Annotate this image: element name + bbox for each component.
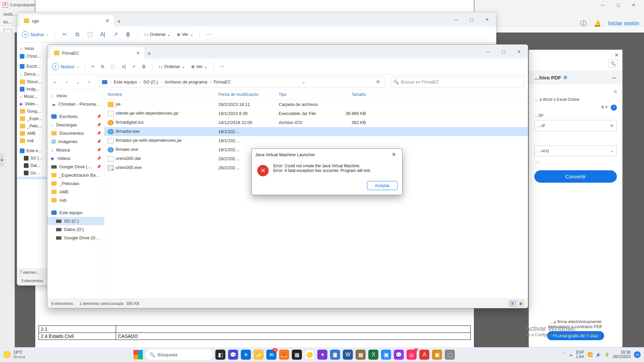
close-icon[interactable]: ✕ xyxy=(105,18,110,24)
file-row[interactable]: cliente-jar-with-dependencies.jar18/1/20… xyxy=(104,109,528,118)
paste-icon[interactable]: 📋 xyxy=(87,31,93,38)
volume-icon[interactable]: 🔊 xyxy=(596,352,601,357)
jvm-titlebar[interactable]: Java Virtual Machine Launcher ✕ xyxy=(252,149,402,160)
edge-icon[interactable]: e xyxy=(241,350,251,360)
clear-icon[interactable]: ✕ xyxy=(610,123,614,128)
jvm-ok-button[interactable]: Aceptar xyxy=(367,181,397,190)
chevron-down-icon[interactable]: ⌄ xyxy=(300,79,308,84)
search-input[interactable]: 🔍 Buscar en FirmaEC xyxy=(390,77,525,87)
file-row[interactable]: firmador-jar-with-dependencies.jar18/1/2… xyxy=(104,136,528,145)
col-type[interactable]: Tipo xyxy=(275,89,329,100)
chevron-up-icon[interactable]: ︿ xyxy=(612,74,617,80)
cge-close[interactable]: ✕ xyxy=(479,14,495,24)
copy-icon[interactable]: ⧉ xyxy=(101,64,104,69)
cge-sort[interactable]: ↑↓ Ordenar ⌄ xyxy=(144,32,171,37)
app-icon[interactable]: ⬚ xyxy=(445,350,455,360)
acrobat-maximize[interactable]: ▢ xyxy=(610,0,626,10)
col-name[interactable]: Nombre xyxy=(108,92,122,97)
firma-tab[interactable]: FirmaEC ✕ xyxy=(50,47,144,59)
onedrive-icon[interactable]: ☁ xyxy=(569,352,573,357)
nav-forward[interactable]: → xyxy=(62,79,71,85)
rename-icon[interactable]: Aǀ xyxy=(99,31,106,38)
file-row[interactable]: firmadigital.ico14/12/2018 22:05Archivo … xyxy=(104,118,528,127)
clock[interactable]: 18:36 28/2/2023 xyxy=(613,350,631,359)
excel-icon[interactable]: X xyxy=(368,350,378,360)
chevron-up-icon[interactable]: ˄ xyxy=(564,352,566,357)
nav-up[interactable]: ↑ xyxy=(85,79,94,85)
breadcrumb-seg[interactable]: Este equipo xyxy=(112,79,138,84)
app-icon[interactable]: ▦ xyxy=(292,350,302,360)
breadcrumb-seg[interactable]: SO (C:) xyxy=(142,79,159,84)
more-icon[interactable]: ⋯ xyxy=(206,31,213,38)
messenger-icon[interactable]: 💬 xyxy=(394,350,404,360)
acrobat-menu-item[interactable]: Ini… xyxy=(3,20,12,24)
explorer-icon[interactable]: 📁 xyxy=(254,350,264,360)
language-indicator[interactable]: ESP LAA xyxy=(576,350,584,359)
nav-history[interactable]: ⌄ xyxy=(73,79,82,85)
firma-nav[interactable]: ⌂Inicio ☁Christian - Persona… Escritorio… xyxy=(47,89,104,298)
help-icon[interactable]: ? xyxy=(611,105,617,111)
panel-title-row[interactable]: …hivo PDF ⚙ ︿ xyxy=(529,70,622,84)
firma-sort[interactable]: ↑↓ Ordenar ⌄ xyxy=(158,64,185,69)
file-header[interactable]: Nombre˄ Fecha de modificación Tipo Tamañ… xyxy=(104,89,528,100)
start-button[interactable] xyxy=(133,350,143,359)
chat-icon[interactable]: 💬 xyxy=(228,350,238,360)
panel-file-input[interactable]: …df ✕ xyxy=(534,120,617,131)
more-icon[interactable]: ⋯ xyxy=(220,64,224,69)
paste-icon[interactable]: 📋 xyxy=(110,64,115,69)
close-icon[interactable]: ✕ xyxy=(136,51,140,56)
new-tab-button[interactable]: ＋ xyxy=(114,16,124,26)
acrobat-minimize[interactable]: ― xyxy=(595,0,610,10)
copy-icon[interactable]: ⧉ xyxy=(74,32,80,38)
nav-selected-partial[interactable] xyxy=(17,177,50,179)
app-icon[interactable]: ✦ xyxy=(317,350,327,360)
cut-icon[interactable]: ✂ xyxy=(61,31,68,38)
col-date[interactable]: Fecha de modificación xyxy=(215,89,275,100)
file-row[interactable]: firmador.exe18/1/202… xyxy=(104,127,528,136)
chrome-icon[interactable]: 🟡 xyxy=(305,350,315,360)
cge-view[interactable]: ≣ Ver ⌄ xyxy=(177,32,194,37)
breadcrumb-seg[interactable]: FirmaEC xyxy=(212,79,232,84)
close-icon[interactable]: ✕ xyxy=(389,152,399,158)
share-icon[interactable]: ↗ xyxy=(132,64,136,69)
panel-format-select[interactable]: …ocx) ⌄ xyxy=(534,145,617,156)
firma-maximize[interactable]: ▢ xyxy=(496,47,511,57)
help-icon[interactable]: ⓘ xyxy=(580,20,587,27)
mail-icon[interactable]: ✉19 xyxy=(266,350,276,360)
new-tab-button[interactable]: ＋ xyxy=(144,48,155,59)
acrobat-menu-item[interactable]: Archi… xyxy=(3,12,16,17)
app-icon[interactable]: ▣ xyxy=(432,350,442,360)
system-tray[interactable]: ˄ ☁ ESP LAA 📶 🔊 🔋 18:36 28/2/2023 20 xyxy=(564,350,641,359)
list-icon[interactable]: ≣ ▾ xyxy=(601,105,607,111)
nav-item-so[interactable]: SO (C:) xyxy=(47,217,104,225)
share-icon[interactable]: ↗ xyxy=(112,31,119,38)
firefox-icon[interactable]: 🦊 xyxy=(279,350,289,360)
rename-icon[interactable]: Aǀ xyxy=(121,64,126,69)
taskbar-search[interactable]: 🔍 Búsqueda xyxy=(146,349,213,360)
battery-icon[interactable]: 🔋 xyxy=(604,352,609,357)
zoom-icon[interactable]: ▣ xyxy=(381,350,391,360)
notification-badge[interactable]: 20 xyxy=(634,351,641,358)
taskbar-weather[interactable]: 18°C Bruma xyxy=(3,350,25,359)
expand-icon[interactable]: ▶ xyxy=(0,153,4,167)
app-icon[interactable]: ◎1 xyxy=(407,350,417,360)
view-list-button[interactable]: ≣ xyxy=(509,301,516,307)
acrobat-close[interactable]: ✕ xyxy=(626,0,641,10)
refresh-icon[interactable]: ⟳ xyxy=(374,79,382,84)
wifi-icon[interactable]: 📶 xyxy=(588,352,593,357)
cge-left-nav[interactable]: ⌂Inicio Christ… Escrit… ↓Desca… Docur… I… xyxy=(17,43,50,275)
nav-back[interactable]: ← xyxy=(51,79,59,85)
taskbar[interactable]: 18°C Bruma 🔍 Búsqueda ◧ 💬 e 📁 ✉19 🦊 ▦ 🟡 … xyxy=(0,347,644,362)
view-grid-button[interactable]: ▦ xyxy=(517,301,524,307)
word-icon[interactable]: W xyxy=(343,350,353,360)
acrobat-icon[interactable]: A xyxy=(419,350,429,360)
col-size[interactable]: Tamaño xyxy=(329,89,369,100)
cge-tab[interactable]: cge ✕ xyxy=(20,15,114,26)
cge-new-button[interactable]: + Nuevo ⌄ xyxy=(22,31,49,38)
firma-close[interactable]: ✕ xyxy=(511,47,527,57)
acrobat-signin[interactable]: Iniciar sesión xyxy=(608,20,639,26)
delete-icon[interactable]: 🗑 xyxy=(142,64,146,69)
cut-icon[interactable]: ✂ xyxy=(91,64,95,69)
bell-icon[interactable]: 🔔 xyxy=(594,20,601,27)
app-icon[interactable]: 📋 xyxy=(330,350,340,360)
